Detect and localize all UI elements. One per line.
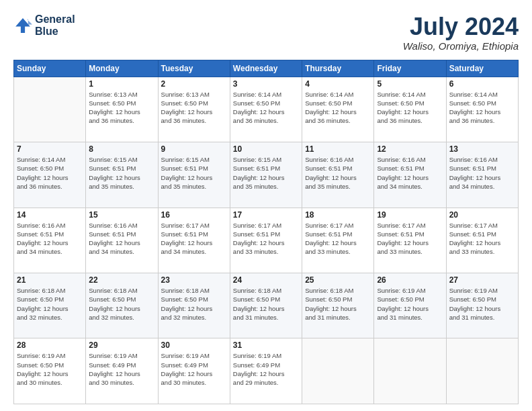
calendar-row: 21Sunrise: 6:18 AM Sunset: 6:50 PM Dayli… bbox=[14, 273, 519, 338]
calendar-cell: 19Sunrise: 6:17 AM Sunset: 6:51 PM Dayli… bbox=[374, 208, 446, 273]
day-info: Sunrise: 6:18 AM Sunset: 6:50 PM Dayligh… bbox=[89, 286, 154, 322]
col-header-monday: Monday bbox=[86, 60, 158, 77]
day-number: 30 bbox=[161, 340, 227, 350]
day-number: 31 bbox=[233, 340, 299, 350]
calendar-cell: 17Sunrise: 6:17 AM Sunset: 6:51 PM Dayli… bbox=[230, 208, 302, 273]
day-number: 23 bbox=[161, 275, 227, 285]
day-number: 24 bbox=[233, 275, 299, 285]
col-header-sunday: Sunday bbox=[14, 60, 86, 77]
day-number: 13 bbox=[449, 144, 515, 154]
calendar-row: 14Sunrise: 6:16 AM Sunset: 6:51 PM Dayli… bbox=[14, 208, 519, 273]
calendar-cell: 1Sunrise: 6:13 AM Sunset: 6:50 PM Daylig… bbox=[86, 77, 158, 142]
calendar-cell: 16Sunrise: 6:17 AM Sunset: 6:51 PM Dayli… bbox=[158, 208, 230, 273]
location: Waliso, Oromiya, Ethiopia bbox=[403, 40, 519, 52]
day-number: 2 bbox=[161, 79, 227, 89]
logo-icon bbox=[13, 16, 32, 35]
day-info: Sunrise: 6:14 AM Sunset: 6:50 PM Dayligh… bbox=[449, 90, 515, 126]
day-info: Sunrise: 6:17 AM Sunset: 6:51 PM Dayligh… bbox=[161, 221, 227, 257]
day-number: 16 bbox=[161, 210, 227, 220]
calendar-cell: 21Sunrise: 6:18 AM Sunset: 6:50 PM Dayli… bbox=[14, 273, 86, 338]
day-info: Sunrise: 6:14 AM Sunset: 6:50 PM Dayligh… bbox=[233, 90, 299, 126]
day-number: 14 bbox=[17, 210, 83, 220]
calendar-cell: 11Sunrise: 6:16 AM Sunset: 6:51 PM Dayli… bbox=[302, 142, 374, 208]
day-info: Sunrise: 6:15 AM Sunset: 6:51 PM Dayligh… bbox=[161, 155, 227, 191]
logo-text: General Blue bbox=[35, 13, 75, 37]
day-number: 5 bbox=[377, 79, 443, 89]
calendar-cell bbox=[374, 338, 446, 404]
day-info: Sunrise: 6:14 AM Sunset: 6:50 PM Dayligh… bbox=[305, 90, 371, 126]
day-info: Sunrise: 6:16 AM Sunset: 6:51 PM Dayligh… bbox=[17, 221, 83, 257]
day-info: Sunrise: 6:16 AM Sunset: 6:51 PM Dayligh… bbox=[377, 155, 443, 191]
day-number: 3 bbox=[233, 79, 299, 89]
calendar-cell: 10Sunrise: 6:15 AM Sunset: 6:51 PM Dayli… bbox=[230, 142, 302, 208]
calendar-cell: 15Sunrise: 6:16 AM Sunset: 6:51 PM Dayli… bbox=[86, 208, 158, 273]
calendar-row: 7Sunrise: 6:14 AM Sunset: 6:50 PM Daylig… bbox=[14, 142, 519, 208]
calendar-table: SundayMondayTuesdayWednesdayThursdayFrid… bbox=[13, 60, 519, 404]
calendar-cell: 18Sunrise: 6:17 AM Sunset: 6:51 PM Dayli… bbox=[302, 208, 374, 273]
svg-marker-0 bbox=[15, 18, 30, 33]
day-info: Sunrise: 6:19 AM Sunset: 6:50 PM Dayligh… bbox=[449, 286, 515, 322]
day-info: Sunrise: 6:18 AM Sunset: 6:50 PM Dayligh… bbox=[161, 286, 227, 322]
day-number: 27 bbox=[449, 275, 515, 285]
day-info: Sunrise: 6:15 AM Sunset: 6:51 PM Dayligh… bbox=[233, 155, 299, 191]
day-number: 6 bbox=[449, 79, 515, 89]
calendar-row: 28Sunrise: 6:19 AM Sunset: 6:50 PM Dayli… bbox=[14, 338, 519, 404]
calendar-cell: 7Sunrise: 6:14 AM Sunset: 6:50 PM Daylig… bbox=[14, 142, 86, 208]
calendar-cell: 25Sunrise: 6:18 AM Sunset: 6:50 PM Dayli… bbox=[302, 273, 374, 338]
calendar-cell: 6Sunrise: 6:14 AM Sunset: 6:50 PM Daylig… bbox=[446, 77, 518, 142]
day-number: 7 bbox=[17, 144, 83, 154]
header: General Blue July 2024 Waliso, Oromiya, … bbox=[13, 13, 519, 52]
title-block: July 2024 Waliso, Oromiya, Ethiopia bbox=[403, 13, 519, 52]
day-number: 12 bbox=[377, 144, 443, 154]
col-header-tuesday: Tuesday bbox=[158, 60, 230, 77]
day-info: Sunrise: 6:17 AM Sunset: 6:51 PM Dayligh… bbox=[449, 221, 515, 257]
col-header-friday: Friday bbox=[374, 60, 446, 77]
calendar-cell: 4Sunrise: 6:14 AM Sunset: 6:50 PM Daylig… bbox=[302, 77, 374, 142]
day-number: 29 bbox=[89, 340, 154, 350]
day-number: 4 bbox=[305, 79, 371, 89]
day-number: 22 bbox=[89, 275, 154, 285]
day-number: 15 bbox=[89, 210, 154, 220]
calendar-cell: 29Sunrise: 6:19 AM Sunset: 6:49 PM Dayli… bbox=[86, 338, 158, 404]
day-info: Sunrise: 6:19 AM Sunset: 6:50 PM Dayligh… bbox=[17, 351, 83, 387]
day-info: Sunrise: 6:14 AM Sunset: 6:50 PM Dayligh… bbox=[377, 90, 443, 126]
calendar-cell: 3Sunrise: 6:14 AM Sunset: 6:50 PM Daylig… bbox=[230, 77, 302, 142]
day-info: Sunrise: 6:18 AM Sunset: 6:50 PM Dayligh… bbox=[305, 286, 371, 322]
calendar-cell: 20Sunrise: 6:17 AM Sunset: 6:51 PM Dayli… bbox=[446, 208, 518, 273]
day-number: 1 bbox=[89, 79, 154, 89]
day-number: 17 bbox=[233, 210, 299, 220]
calendar-cell bbox=[302, 338, 374, 404]
calendar-cell: 14Sunrise: 6:16 AM Sunset: 6:51 PM Dayli… bbox=[14, 208, 86, 273]
calendar-cell: 9Sunrise: 6:15 AM Sunset: 6:51 PM Daylig… bbox=[158, 142, 230, 208]
col-header-saturday: Saturday bbox=[446, 60, 518, 77]
day-info: Sunrise: 6:13 AM Sunset: 6:50 PM Dayligh… bbox=[89, 90, 154, 126]
col-header-thursday: Thursday bbox=[302, 60, 374, 77]
calendar-cell: 22Sunrise: 6:18 AM Sunset: 6:50 PM Dayli… bbox=[86, 273, 158, 338]
calendar-cell: 2Sunrise: 6:13 AM Sunset: 6:50 PM Daylig… bbox=[158, 77, 230, 142]
calendar-cell: 28Sunrise: 6:19 AM Sunset: 6:50 PM Dayli… bbox=[14, 338, 86, 404]
day-number: 28 bbox=[17, 340, 83, 350]
day-number: 8 bbox=[89, 144, 154, 154]
day-info: Sunrise: 6:14 AM Sunset: 6:50 PM Dayligh… bbox=[17, 155, 83, 191]
calendar-cell: 13Sunrise: 6:16 AM Sunset: 6:51 PM Dayli… bbox=[446, 142, 518, 208]
day-info: Sunrise: 6:19 AM Sunset: 6:49 PM Dayligh… bbox=[233, 351, 299, 387]
logo-line2: Blue bbox=[35, 26, 75, 38]
day-info: Sunrise: 6:16 AM Sunset: 6:51 PM Dayligh… bbox=[449, 155, 515, 191]
logo-line1: General bbox=[35, 13, 75, 26]
day-info: Sunrise: 6:17 AM Sunset: 6:51 PM Dayligh… bbox=[377, 221, 443, 257]
day-number: 10 bbox=[233, 144, 299, 154]
day-number: 26 bbox=[377, 275, 443, 285]
day-info: Sunrise: 6:15 AM Sunset: 6:51 PM Dayligh… bbox=[89, 155, 154, 191]
calendar-cell: 24Sunrise: 6:18 AM Sunset: 6:50 PM Dayli… bbox=[230, 273, 302, 338]
day-info: Sunrise: 6:18 AM Sunset: 6:50 PM Dayligh… bbox=[233, 286, 299, 322]
calendar-cell: 12Sunrise: 6:16 AM Sunset: 6:51 PM Dayli… bbox=[374, 142, 446, 208]
calendar-cell: 8Sunrise: 6:15 AM Sunset: 6:51 PM Daylig… bbox=[86, 142, 158, 208]
calendar-cell: 30Sunrise: 6:19 AM Sunset: 6:49 PM Dayli… bbox=[158, 338, 230, 404]
day-number: 18 bbox=[305, 210, 371, 220]
day-info: Sunrise: 6:18 AM Sunset: 6:50 PM Dayligh… bbox=[17, 286, 83, 322]
calendar-cell: 5Sunrise: 6:14 AM Sunset: 6:50 PM Daylig… bbox=[374, 77, 446, 142]
logo: General Blue bbox=[13, 13, 75, 37]
day-info: Sunrise: 6:13 AM Sunset: 6:50 PM Dayligh… bbox=[161, 90, 227, 126]
calendar-cell: 26Sunrise: 6:19 AM Sunset: 6:50 PM Dayli… bbox=[374, 273, 446, 338]
day-info: Sunrise: 6:19 AM Sunset: 6:49 PM Dayligh… bbox=[89, 351, 154, 387]
